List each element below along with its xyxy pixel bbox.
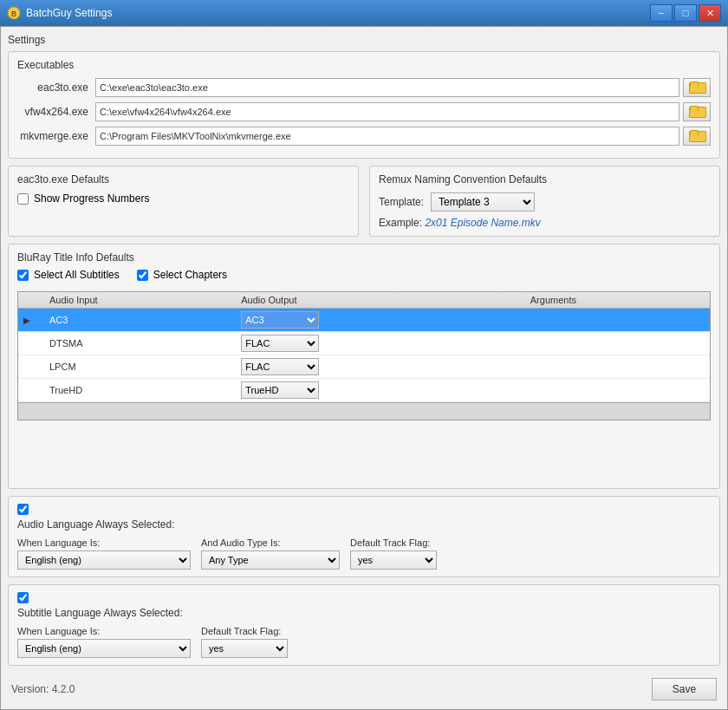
table-row[interactable]: TrueHD AC3 FLAC TrueHD	[18, 379, 710, 402]
subtitle-language-checkbox[interactable]	[17, 592, 29, 603]
save-button[interactable]: Save	[652, 678, 717, 700]
content-area: Executables eac3to.exe vfw4x264.exe mkvm…	[8, 51, 720, 673]
browse-eac3to-button[interactable]	[683, 78, 711, 97]
remux-naming-title: Remux Naming Convention Defaults	[379, 173, 711, 186]
browse-vfw4x264-button[interactable]	[683, 102, 711, 121]
table-row[interactable]: ▶ AC3 AC3 FLAC TrueHD	[18, 309, 710, 332]
when-language-label: When Language Is:	[17, 537, 191, 548]
settings-label: Settings	[8, 34, 720, 46]
version-text: Version: 4.2.0	[11, 683, 75, 695]
exe-input-eac3to[interactable]	[95, 78, 679, 97]
row-audio-input: AC3	[44, 309, 236, 332]
exe-label-vfw4x264: vfw4x264.exe	[17, 106, 95, 118]
main-window: Settings Executables eac3to.exe vfw4x264…	[0, 26, 728, 710]
exe-label-mkvmerge: mkvmerge.exe	[17, 130, 95, 142]
col-arguments: Arguments	[525, 292, 710, 309]
folder-icon-3	[689, 130, 705, 142]
row-audio-input: TrueHD	[44, 379, 236, 402]
subtitle-when-language-select[interactable]: English (eng) French (fra) German (deu) …	[17, 639, 191, 658]
subtitle-default-track-flag-label: Default Track Flag:	[201, 626, 288, 636]
exe-row-eac3to: eac3to.exe	[17, 78, 711, 97]
example-label: Example:	[379, 217, 422, 229]
exe-label-eac3to: eac3to.exe	[17, 81, 95, 94]
select-chapters-checkbox[interactable]	[137, 270, 148, 281]
col-audio-input: Audio Input	[44, 292, 236, 309]
close-button[interactable]: ✕	[699, 4, 721, 22]
eac3to-defaults-section: eac3to.exe Defaults Show Progress Number…	[8, 166, 359, 237]
app-icon: B	[7, 6, 21, 20]
executables-section: Executables eac3to.exe vfw4x264.exe mkvm…	[8, 51, 720, 159]
window-controls: − □ ✕	[650, 4, 721, 22]
template-select[interactable]: Template 1 Template 2 Template 3 Templat…	[431, 192, 535, 212]
exe-row-vfw4x264: vfw4x264.exe	[17, 102, 711, 121]
minimize-button[interactable]: −	[650, 4, 673, 22]
show-progress-row: Show Progress Numbers	[17, 192, 349, 205]
default-track-flag-label: Default Track Flag:	[350, 537, 437, 548]
show-progress-checkbox[interactable]	[17, 193, 29, 205]
row-audio-output: AC3 FLAC TrueHD	[236, 332, 525, 355]
audio-table-container: Audio Input Audio Output Arguments ▶ AC3…	[17, 291, 711, 420]
row-arrow	[18, 332, 44, 355]
exe-input-vfw4x264[interactable]	[95, 102, 679, 121]
browse-mkvmerge-button[interactable]	[683, 127, 711, 146]
bluray-checkboxes: Select All Subtitles Select Chapters	[17, 269, 711, 284]
subtitle-language-fields: When Language Is: English (eng) French (…	[17, 626, 711, 658]
subtitle-default-track-flag-select[interactable]: yes no	[201, 639, 288, 658]
subtitle-when-language-group: When Language Is: English (eng) French (…	[17, 626, 191, 658]
template-label: Template:	[379, 196, 424, 208]
template-row: Template: Template 1 Template 2 Template…	[379, 192, 711, 212]
table-row[interactable]: DTSMA AC3 FLAC TrueHD	[18, 332, 710, 355]
row-arrow: ▶	[18, 309, 44, 332]
audio-output-select-1[interactable]: AC3 FLAC TrueHD	[241, 311, 319, 329]
when-language-select[interactable]: English (eng) French (fra) German (deu) …	[17, 550, 191, 570]
default-track-flag-group: Default Track Flag: yes no	[350, 537, 437, 570]
row-arguments	[525, 332, 710, 355]
folder-icon-2	[689, 106, 705, 118]
subtitle-language-title: Subtitle Language Always Selected:	[17, 607, 711, 619]
audio-language-checkbox-row	[17, 504, 711, 515]
subtitle-language-section: Subtitle Language Always Selected: When …	[8, 584, 720, 666]
row-arrow	[18, 379, 44, 402]
row-audio-output: AC3 FLAC TrueHD	[236, 379, 525, 402]
bluray-title: BluRay Title Info Defaults	[17, 251, 711, 264]
and-audio-type-select[interactable]: Any Type AC3 DTS FLAC TrueHD	[201, 550, 340, 570]
remux-naming-section: Remux Naming Convention Defaults Templat…	[369, 166, 720, 237]
subtitle-language-checkbox-row	[17, 592, 711, 603]
executables-title: Executables	[17, 59, 711, 71]
select-chapters-row: Select Chapters	[137, 269, 227, 281]
footer-bar: Version: 4.2.0 Save	[8, 673, 720, 702]
audio-output-select-4[interactable]: AC3 FLAC TrueHD	[241, 381, 319, 399]
example-value: 2x01 Episode Name.mkv	[425, 217, 540, 229]
select-all-subtitles-label: Select All Subtitles	[34, 269, 120, 281]
row-arguments	[525, 309, 710, 332]
bluray-section: BluRay Title Info Defaults Select All Su…	[8, 244, 720, 489]
row-audio-input: DTSMA	[44, 332, 236, 355]
row-arrow	[18, 355, 44, 379]
audio-output-select-2[interactable]: AC3 FLAC TrueHD	[241, 335, 319, 352]
subtitle-when-language-label: When Language Is:	[17, 626, 191, 636]
when-language-group: When Language Is: English (eng) French (…	[17, 537, 191, 570]
folder-icon	[689, 81, 705, 94]
and-audio-type-group: And Audio Type Is: Any Type AC3 DTS FLAC…	[201, 537, 340, 570]
row-arguments	[525, 379, 710, 402]
select-all-subtitles-checkbox[interactable]	[17, 270, 29, 281]
window-title: BatchGuy Settings	[26, 7, 650, 19]
row-audio-output: AC3 FLAC TrueHD	[236, 355, 525, 379]
exe-row-mkvmerge: mkvmerge.exe	[17, 127, 711, 146]
select-all-subtitles-row: Select All Subtitles	[17, 269, 120, 281]
audio-language-fields: When Language Is: English (eng) French (…	[17, 537, 711, 570]
row-audio-input: LPCM	[44, 355, 236, 379]
exe-input-mkvmerge[interactable]	[95, 127, 679, 146]
col-arrow	[18, 292, 44, 309]
default-track-flag-select[interactable]: yes no	[350, 550, 437, 570]
audio-language-checkbox[interactable]	[17, 504, 29, 515]
show-progress-label: Show Progress Numbers	[34, 192, 149, 205]
subtitle-default-track-flag-group: Default Track Flag: yes no	[201, 626, 288, 658]
title-bar: B BatchGuy Settings − □ ✕	[0, 0, 728, 26]
table-footer	[18, 402, 710, 420]
row-audio-output: AC3 FLAC TrueHD	[236, 309, 525, 332]
maximize-button[interactable]: □	[674, 4, 697, 22]
table-row[interactable]: LPCM AC3 FLAC TrueHD	[18, 355, 710, 379]
defaults-row: eac3to.exe Defaults Show Progress Number…	[8, 166, 720, 237]
audio-output-select-3[interactable]: AC3 FLAC TrueHD	[241, 358, 319, 375]
